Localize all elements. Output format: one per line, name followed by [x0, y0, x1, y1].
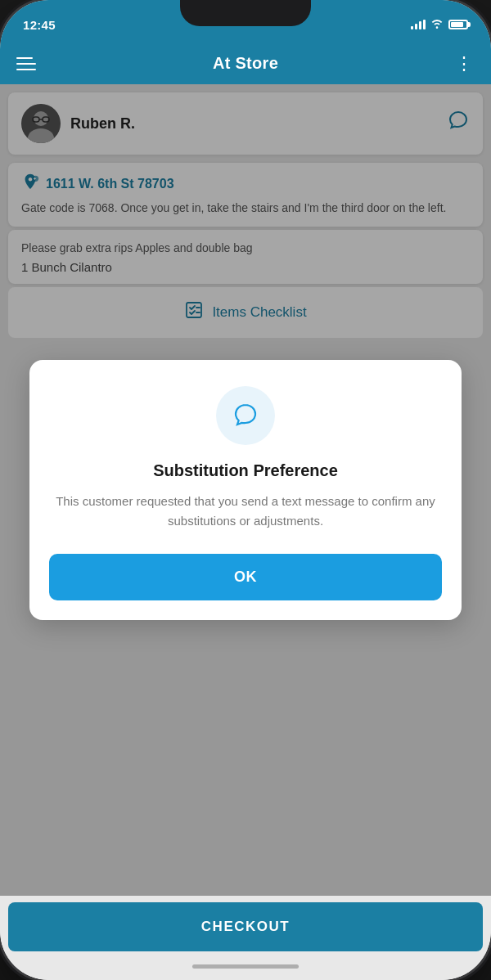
signal-bars-icon	[411, 20, 426, 29]
speech-bubble-icon	[231, 401, 260, 430]
ok-button[interactable]: OK	[49, 554, 442, 600]
dialog-message: This customer requested that you send a …	[49, 492, 442, 531]
dialog-title: Substitution Preference	[49, 461, 442, 480]
home-indicator	[192, 964, 299, 969]
bottom-bar: CHECKOUT	[0, 896, 491, 980]
header-title: At Store	[213, 54, 278, 73]
battery-fill	[451, 22, 463, 27]
checkout-button[interactable]: CHECKOUT	[8, 902, 483, 951]
wifi-icon	[430, 18, 444, 32]
dialog-overlay: Substitution Preference This customer re…	[0, 84, 491, 896]
screen-inner: 12:45	[0, 0, 491, 980]
phone-frame: 12:45	[0, 0, 491, 980]
menu-icon[interactable]	[16, 57, 36, 70]
status-time: 12:45	[23, 18, 56, 32]
notch	[180, 0, 311, 26]
scrollable-area: Ruben R.	[0, 84, 491, 896]
phone-screen: 12:45	[0, 0, 491, 980]
status-icons	[411, 18, 468, 32]
substitution-dialog: Substitution Preference This customer re…	[29, 360, 462, 620]
more-icon[interactable]: ⋮	[455, 55, 475, 73]
app-header: At Store ⋮	[0, 43, 491, 84]
battery-icon	[448, 20, 468, 29]
dialog-icon-circle	[216, 386, 275, 445]
